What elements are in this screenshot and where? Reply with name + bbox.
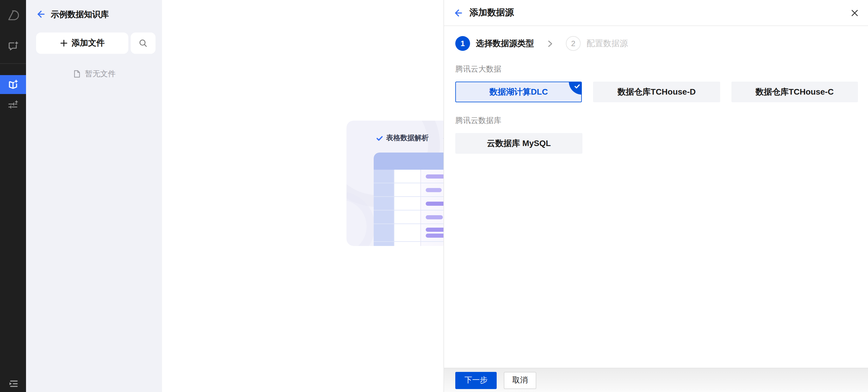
- step-number: 2: [566, 36, 581, 51]
- library-panel-header: 示例数据知识库: [26, 0, 162, 19]
- step-select-type: 1 选择数据源类型: [455, 36, 534, 51]
- logo-icon[interactable]: [0, 6, 26, 25]
- card-label: 数据湖计算DLC: [490, 87, 548, 97]
- empty-text: 暂无文件: [85, 68, 116, 79]
- plus-icon: [60, 39, 68, 47]
- drawer-title: 添加数据源: [469, 7, 514, 18]
- drawer-header: 添加数据源: [444, 0, 868, 26]
- chevron-right-icon: [546, 39, 554, 48]
- selected-check-badge: [569, 82, 582, 95]
- card-tchouse-c[interactable]: 数据仓库TCHouse-C: [731, 82, 858, 102]
- knowledge-book-icon[interactable]: [0, 75, 26, 94]
- card-label: 云数据库 MySQL: [487, 138, 551, 149]
- icon-sidebar: [0, 0, 26, 392]
- check-icon: [376, 134, 383, 142]
- card-dlc[interactable]: 数据湖计算DLC: [455, 82, 582, 102]
- add-file-label: 添加文件: [71, 38, 105, 49]
- step-configure: 2 配置数据源: [566, 36, 628, 51]
- empty-state: 暂无文件: [26, 68, 162, 79]
- search-button[interactable]: [131, 32, 156, 54]
- add-datasource-drawer: 添加数据源 1 选择数据源类型 2 配置数据源: [443, 0, 868, 392]
- tuning-sparkle-icon[interactable]: [0, 96, 26, 115]
- section-label-bigdata: 腾讯云大数据: [455, 64, 858, 74]
- step-number: 1: [455, 36, 470, 51]
- drawer-body: 1 选择数据源类型 2 配置数据源 腾讯云大数据 数据湖计算DLC: [444, 26, 868, 368]
- back-arrow-icon[interactable]: [36, 9, 45, 19]
- feature-item: 表格数据解析: [376, 133, 429, 143]
- next-step-button[interactable]: 下一步: [455, 371, 497, 389]
- step-label: 选择数据源类型: [476, 38, 534, 49]
- library-title: 示例数据知识库: [51, 9, 109, 19]
- close-icon[interactable]: [850, 8, 860, 18]
- step-label: 配置数据源: [587, 38, 628, 49]
- cancel-button[interactable]: 取消: [504, 371, 536, 389]
- chat-sparkle-icon[interactable]: [0, 37, 26, 56]
- library-actions: 添加文件: [26, 32, 162, 54]
- card-tchouse-d[interactable]: 数据仓库TCHouse-D: [593, 82, 720, 102]
- app-window: 示例数据知识库 添加文件 暂无文件: [0, 0, 868, 392]
- card-label: 数据仓库TCHouse-D: [618, 87, 695, 97]
- drawer-footer: 下一步 取消: [444, 368, 868, 392]
- document-icon: [72, 70, 81, 78]
- library-panel: 示例数据知识库 添加文件 暂无文件: [26, 0, 162, 392]
- card-mysql[interactable]: 云数据库 MySQL: [455, 133, 582, 154]
- add-file-button[interactable]: 添加文件: [36, 32, 128, 54]
- section-label-database: 腾讯云数据库: [455, 115, 858, 126]
- search-icon: [138, 38, 148, 48]
- collapse-menu-icon[interactable]: [0, 374, 26, 392]
- card-row-bigdata: 数据湖计算DLC 数据仓库TCHouse-D 数据仓库TCHouse-C: [455, 82, 858, 102]
- steps-bar: 1 选择数据源类型 2 配置数据源: [455, 36, 858, 51]
- card-row-database: 云数据库 MySQL: [455, 133, 858, 154]
- back-arrow-icon[interactable]: [454, 8, 463, 18]
- check-icon: [575, 83, 580, 89]
- sidebar-divider: [0, 63, 26, 64]
- card-label: 数据仓库TCHouse-C: [755, 87, 833, 97]
